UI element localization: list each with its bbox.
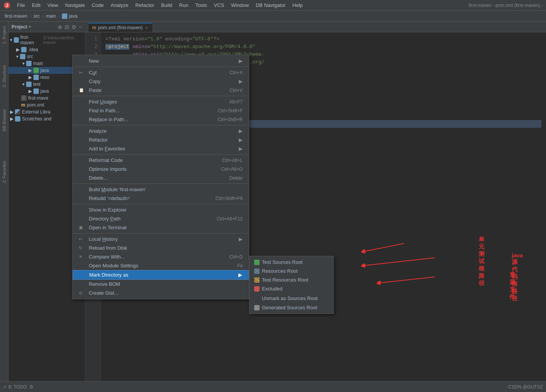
tab-close-button[interactable]: ✕: [145, 25, 148, 30]
menu-build[interactable]: Build: [158, 2, 175, 9]
ctx-paste[interactable]: 📋 Paste Ctrl+V: [73, 86, 249, 95]
folder-icon: [14, 37, 19, 43]
ctx-mark-directory-arrow: ▶: [238, 272, 242, 278]
ctx-reformat-label: Reformat Code: [89, 157, 215, 163]
panel-collapse-icon[interactable]: ⊟: [65, 24, 69, 30]
menu-run[interactable]: Run: [176, 2, 191, 9]
ctx-analyze-label: Analyze: [89, 128, 239, 134]
submenu-test-resources-root-label: Test Resources Root: [262, 277, 308, 283]
menu-file[interactable]: File: [14, 2, 28, 9]
menu-edit[interactable]: Edit: [29, 2, 43, 9]
menu-window[interactable]: Window: [228, 2, 252, 9]
submenu-test-sources-root[interactable]: Test Sources Root: [250, 258, 333, 267]
ctx-find-usages[interactable]: Find Usages Alt+F7: [73, 97, 249, 106]
side-tab-structure[interactable]: 2: Structure: [1, 62, 7, 90]
submenu-generated-sources[interactable]: Generated Sources Root: [250, 303, 333, 312]
bottom-todo[interactable]: ✓ 6: TODO: [3, 384, 27, 390]
menu-navigate[interactable]: Navigate: [62, 2, 88, 9]
ctx-divider-1: [73, 67, 249, 67]
ctx-delete[interactable]: Delete... Delete: [73, 173, 249, 182]
ctx-refactor-arrow: ▶: [239, 137, 243, 143]
ctx-create-gist[interactable]: ⊙ Create Gist...: [73, 289, 249, 297]
ctx-cut-shortcut: Ctrl+X: [230, 70, 243, 75]
breadcrumb-item-src[interactable]: src: [33, 13, 40, 19]
ctx-local-history-label: Local History: [89, 236, 239, 242]
breadcrumb-item-project[interactable]: first-maven: [5, 13, 27, 19]
tree-item-first-maven[interactable]: ▾ first-maven D:\ideacode\first-maven: [8, 34, 85, 46]
ctx-mark-directory[interactable]: Mark Directory as ▶: [73, 270, 249, 280]
side-tab-project[interactable]: 1: Project: [1, 23, 7, 47]
ctx-open-module-settings[interactable]: Open Module Settings F4: [73, 261, 249, 270]
submenu-resources-root[interactable]: Resources Root: [250, 267, 333, 275]
breadcrumb-item-main[interactable]: main: [46, 13, 56, 19]
ctx-optimize-imports[interactable]: Optimize Imports Ctrl+Alt+O: [73, 165, 249, 173]
ctx-build-module[interactable]: Build Module 'first-maven': [73, 185, 249, 194]
ctx-open-terminal[interactable]: ▣ Open in Terminal: [73, 223, 249, 232]
ctx-cut-icon: ✂: [79, 70, 87, 75]
ctx-remove-bom-label: Remove BOM: [89, 281, 243, 287]
ctx-rebuild[interactable]: Rebuild '<default>' Ctrl+Shift+F9: [73, 194, 249, 203]
bottom-build[interactable]: B: [30, 384, 33, 390]
ctx-directory-path[interactable]: Directory Path Ctrl+Alt+F12: [73, 214, 249, 223]
ctx-reload[interactable]: ↻ Reload from Disk: [73, 244, 249, 252]
editor-tab-pom[interactable]: m pom.xml (first-maven) ✕: [88, 23, 152, 32]
breadcrumb: first-maven › src › main › java: [0, 11, 546, 22]
menu-analyze[interactable]: Analyze: [108, 2, 132, 9]
panel-close-icon[interactable]: −: [79, 24, 82, 30]
tree-item-idea[interactable]: ▶ .idea: [8, 46, 85, 53]
submenu-test-resources-root[interactable]: Test Resources Root: [250, 275, 333, 284]
expand-icon: ▶: [16, 47, 20, 52]
ctx-replace-in-path[interactable]: Replace in Path... Ctrl+Shift+R: [73, 115, 249, 124]
panel-header: Project ▾ ⊕ ⊟ ⚙ −: [8, 22, 85, 32]
ctx-create-gist-icon: ⊙: [79, 290, 87, 296]
tree-label: pom.xml: [27, 102, 44, 108]
ctx-new[interactable]: New ▶: [73, 57, 249, 65]
ctx-analyze[interactable]: Analyze ▶: [73, 127, 249, 135]
submenu-resources-root-label: Resources Root: [262, 268, 298, 274]
tree-label: Scratches and: [22, 116, 52, 122]
ctx-divider-2: [73, 96, 249, 96]
expand-icon: ▾: [22, 82, 25, 87]
panel-sync-icon[interactable]: ⊕: [58, 24, 62, 30]
panel-dropdown-icon[interactable]: ▾: [29, 24, 31, 29]
expand-icon: ▶: [28, 88, 32, 94]
ctx-open-terminal-icon: ▣: [79, 225, 87, 230]
ctx-analyze-arrow: ▶: [239, 128, 243, 134]
ctx-copy[interactable]: Copy ▶: [73, 77, 249, 86]
menu-vcs[interactable]: VCS: [211, 2, 227, 9]
ctx-optimize-imports-shortcut: Ctrl+Alt+O: [221, 167, 243, 172]
menu-code[interactable]: Code: [89, 2, 107, 9]
ctx-local-history-icon: ↩: [79, 237, 87, 242]
side-tab-favorites[interactable]: 2: Favorites: [1, 158, 7, 186]
ctx-refactor[interactable]: Refactor ▶: [73, 135, 249, 144]
tree-label: src: [27, 54, 33, 59]
submenu-unmark[interactable]: Unmark as Sources Root: [250, 293, 333, 303]
ctx-add-favorites[interactable]: Add to Favorites ▶: [73, 144, 249, 153]
menu-view[interactable]: View: [44, 2, 61, 9]
menu-help[interactable]: Help: [290, 2, 306, 9]
tree-label: reso: [40, 75, 49, 80]
ctx-remove-bom[interactable]: Remove BOM: [73, 280, 249, 289]
submenu-excluded[interactable]: Excluded: [250, 284, 333, 293]
ctx-open-module-settings-shortcut: F4: [237, 263, 243, 269]
ctx-rebuild-shortcut: Ctrl+Shift+F9: [215, 196, 243, 201]
excluded-icon: [254, 286, 260, 292]
ctx-show-explorer[interactable]: Show in Explorer: [73, 205, 249, 214]
menu-db-navigator[interactable]: DB Navigator: [253, 2, 288, 9]
ctx-find-in-path[interactable]: Find in Path... Ctrl+Shift+F: [73, 106, 249, 115]
side-tab-db-browser[interactable]: DB Browser: [1, 106, 7, 135]
panel-settings-icon[interactable]: ⚙: [72, 24, 77, 30]
submenu-unmark-label: Unmark as Sources Root: [262, 295, 318, 301]
ctx-compare-with-label: Compare With...: [89, 254, 222, 260]
menu-tools[interactable]: Tools: [192, 2, 210, 9]
breadcrumb-item-java[interactable]: java: [62, 13, 77, 19]
ctx-mark-directory-label: Mark Directory as: [89, 272, 238, 278]
window-title: first-maven - pom.xml (first-maven) -: [469, 3, 543, 8]
ctx-local-history[interactable]: ↩ Local History ▶: [73, 235, 249, 244]
ctx-reformat[interactable]: Reformat Code Ctrl+Alt+L: [73, 156, 249, 165]
submenu-test-sources-root-label: Test Sources Root: [262, 259, 303, 265]
menu-refactor[interactable]: Refactor: [132, 2, 157, 9]
ctx-local-history-arrow: ▶: [239, 236, 243, 242]
ctx-compare-with[interactable]: ✳ Compare With... Ctrl+D: [73, 252, 249, 261]
ctx-cut[interactable]: ✂ Cut Ctrl+X: [73, 68, 249, 77]
